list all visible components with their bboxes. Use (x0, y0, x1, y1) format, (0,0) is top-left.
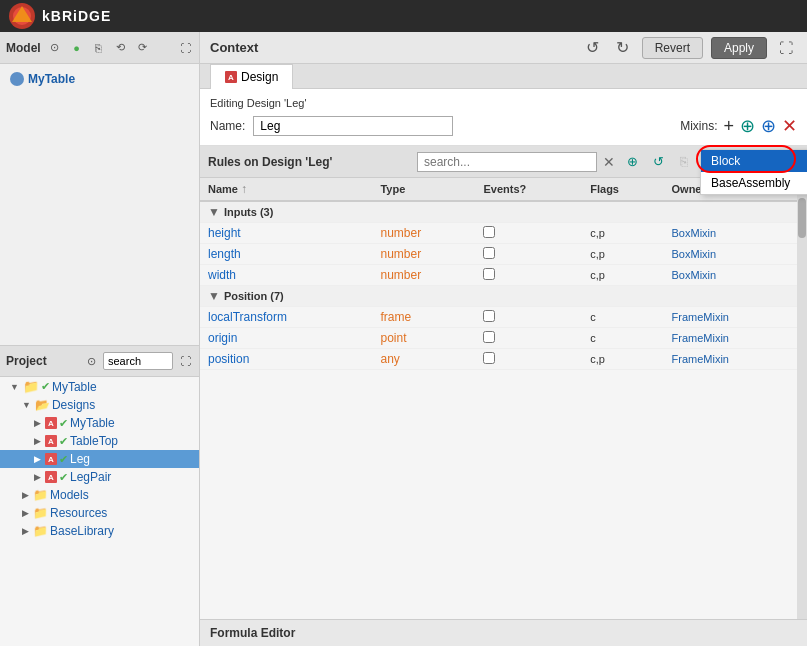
tree-item-baselibrary[interactable]: ▶ 📁 BaseLibrary (0, 522, 199, 540)
tree-label-mytable-design: MyTable (70, 416, 115, 430)
rule-owner-position: FrameMixin (664, 349, 797, 370)
tree-item-legpair[interactable]: ▶ A ✔ LegPair (0, 468, 199, 486)
mixin-icon-blue[interactable]: ⊕ (761, 115, 776, 137)
models-folder-icon: 📁 (33, 488, 48, 502)
project-maximize-icon[interactable]: ⛶ (177, 353, 193, 369)
project-tree: ▼ 📁 ✔ MyTable ▼ 📂 Designs ▶ A ✔ MyTable (0, 377, 199, 646)
resources-folder-icon: 📁 (33, 506, 48, 520)
rule-name-origin[interactable]: origin (208, 331, 237, 345)
rules-table: Name ↑ Type Events? Flags Owner ▼Inputs … (200, 178, 797, 370)
tree-item-mytable-root[interactable]: ▼ 📁 ✔ MyTable (0, 377, 199, 396)
project-filter-icon[interactable]: ⊙ (83, 353, 99, 369)
col-name[interactable]: Name ↑ (200, 178, 372, 201)
inputs-toggle[interactable]: ▼ (208, 205, 220, 219)
design-tab[interactable]: A Design (210, 64, 293, 89)
rule-name-length[interactable]: length (208, 247, 241, 261)
revert-button[interactable]: Revert (642, 37, 703, 59)
rule-flags-width: c,p (582, 265, 663, 286)
mixin-remove-icon[interactable]: ✕ (782, 115, 797, 137)
model-tree-item-mytable[interactable]: MyTable (6, 70, 193, 88)
context-header: Context ↺ ↻ Revert Apply ⛶ (200, 32, 807, 64)
rule-type-length: number (380, 247, 421, 261)
table-row: localTransform frame c FrameMixin (200, 307, 797, 328)
context-maximize-icon[interactable]: ⛶ (775, 37, 797, 59)
project-search-input[interactable] (103, 352, 173, 370)
mixin-dropdown: Block BaseAssembly (700, 149, 807, 195)
expand-arrow[interactable]: ▼ (10, 382, 19, 392)
table-row: position any c,p FrameMixin (200, 349, 797, 370)
legpair-expand[interactable]: ▶ (34, 472, 41, 482)
rules-scrollbar[interactable] (797, 178, 807, 619)
rule-events-length[interactable] (483, 247, 495, 259)
tree-label-models: Models (50, 488, 89, 502)
rules-search-clear[interactable]: ✕ (603, 154, 615, 170)
rule-flags-localtransform: c (582, 307, 663, 328)
model-toolbar: Model ⊙ ● ⎘ ⟲ ⟳ ⛶ (0, 32, 199, 64)
rule-events-origin[interactable] (483, 331, 495, 343)
name-input[interactable] (253, 116, 453, 136)
rules-copy-icon[interactable]: ⎘ (673, 151, 695, 173)
position-toggle[interactable]: ▼ (208, 289, 220, 303)
mixin-icon-teal-1[interactable]: ⊕ (740, 115, 755, 137)
rule-events-position[interactable] (483, 352, 495, 364)
context-title: Context (210, 40, 574, 55)
rule-type-origin: point (380, 331, 406, 345)
tabletop-expand[interactable]: ▶ (34, 436, 41, 446)
undo-icon[interactable]: ↺ (582, 37, 604, 59)
rule-events-height[interactable] (483, 226, 495, 238)
rules-edit-icon[interactable]: ↺ (647, 151, 669, 173)
apply-button[interactable]: Apply (711, 37, 767, 59)
rules-search-input[interactable] (417, 152, 597, 172)
model-icon-5[interactable]: ⟳ (135, 40, 151, 56)
rule-events-width[interactable] (483, 268, 495, 280)
dropdown-item-baseassembly[interactable]: BaseAssembly (701, 172, 807, 194)
tree-item-designs[interactable]: ▼ 📂 Designs (0, 396, 199, 414)
table-row: height number c,p BoxMixin (200, 223, 797, 244)
col-flags[interactable]: Flags (582, 178, 663, 201)
model-maximize-icon[interactable]: ⛶ (177, 40, 193, 56)
rule-flags-origin: c (582, 328, 663, 349)
redo-icon[interactable]: ↻ (612, 37, 634, 59)
mixin-add-icon[interactable]: + (723, 116, 734, 137)
rule-owner-height: BoxMixin (664, 223, 797, 244)
tree-item-tabletop[interactable]: ▶ A ✔ TableTop (0, 432, 199, 450)
resources-expand[interactable]: ▶ (22, 508, 29, 518)
rule-events-localtransform[interactable] (483, 310, 495, 322)
tree-item-leg[interactable]: ▶ A ✔ Leg (0, 450, 199, 468)
folder-icon-root: 📁 (23, 379, 39, 394)
tree-item-models[interactable]: ▶ 📁 Models (0, 486, 199, 504)
check-mytable: ✔ (59, 417, 68, 430)
baselibrary-expand[interactable]: ▶ (22, 526, 29, 536)
tree-label-designs: Designs (52, 398, 95, 412)
app-logo: kBRiDGE (8, 2, 111, 30)
tree-item-resources[interactable]: ▶ 📁 Resources (0, 504, 199, 522)
dropdown-item-block[interactable]: Block (701, 150, 807, 172)
rule-name-position[interactable]: position (208, 352, 249, 366)
model-tree: MyTable (0, 64, 199, 345)
tree-item-mytable-design[interactable]: ▶ A ✔ MyTable (0, 414, 199, 432)
rule-name-height[interactable]: height (208, 226, 241, 240)
mytable-label: MyTable (28, 72, 75, 86)
rules-add-icon[interactable]: ⊕ (621, 151, 643, 173)
name-label: Name: (210, 119, 245, 133)
col-type[interactable]: Type (372, 178, 475, 201)
design-icon-legpair: A (45, 471, 57, 483)
models-expand[interactable]: ▶ (22, 490, 29, 500)
mytable-design-expand[interactable]: ▶ (34, 418, 41, 428)
rule-name-width[interactable]: width (208, 268, 236, 282)
leg-expand[interactable]: ▶ (34, 454, 41, 464)
design-tab-label: Design (241, 70, 278, 84)
col-events[interactable]: Events? (475, 178, 582, 201)
model-icon-3[interactable]: ⎘ (91, 40, 107, 56)
logo-icon (8, 2, 36, 30)
model-icon-4[interactable]: ⟲ (113, 40, 129, 56)
rule-flags-position: c,p (582, 349, 663, 370)
model-icon-2[interactable]: ● (69, 40, 85, 56)
rules-scroll-thumb[interactable] (798, 198, 806, 238)
rule-name-localtransform[interactable]: localTransform (208, 310, 287, 324)
table-row: width number c,p BoxMixin (200, 265, 797, 286)
section-row-position: ▼Position (7) (200, 286, 797, 307)
designs-expand-arrow[interactable]: ▼ (22, 400, 31, 410)
designs-folder-icon: 📂 (35, 398, 50, 412)
model-icon-1[interactable]: ⊙ (47, 40, 63, 56)
